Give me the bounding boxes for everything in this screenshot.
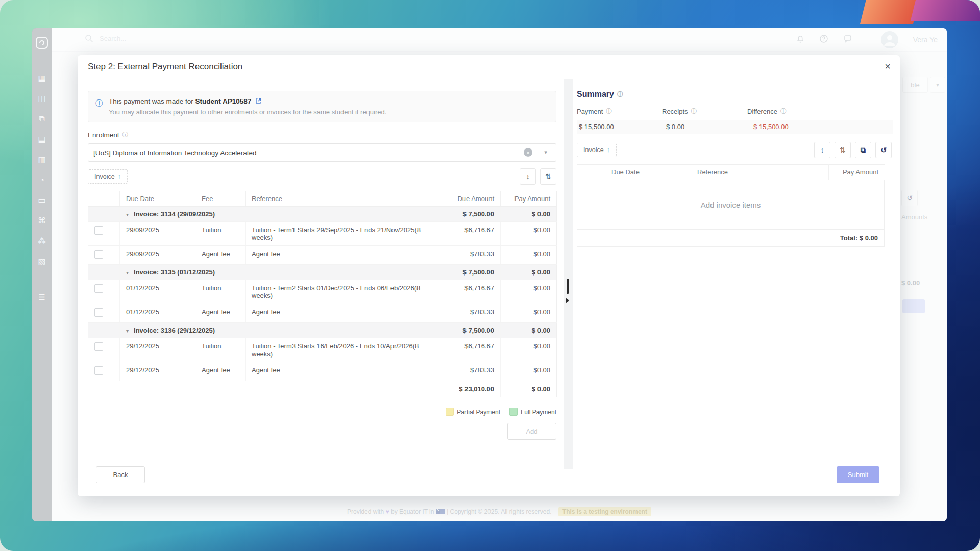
table-row: 01/12/2025 Agent fee Agent fee $783.33 $… xyxy=(88,304,557,323)
submit-button[interactable]: Submit xyxy=(837,466,879,483)
table-row: 01/12/2025 Tuition Tuition - Term2 Start… xyxy=(88,280,557,304)
info-icon: ⓘ xyxy=(617,90,623,99)
desktop: ▦ ◫ ⧉ ▤ ▥ ◔ ▭ ⌘ ⁂ ▧ ☰ xyxy=(0,0,980,551)
expand-all-button[interactable]: ↕ xyxy=(814,142,830,158)
col-reference: Reference xyxy=(246,191,434,207)
chip-label: Invoice xyxy=(583,146,604,154)
reset-button[interactable]: ↺ xyxy=(875,142,892,158)
clear-icon[interactable]: × xyxy=(524,148,532,157)
chip-label: Invoice xyxy=(94,173,115,180)
modal-title: Step 2: External Payment Reconciliation xyxy=(88,62,242,72)
partial-payment-swatch xyxy=(446,408,454,416)
empty-table-placeholder: Add invoice items xyxy=(577,180,885,229)
collapse-group-icon[interactable]: ▾ xyxy=(126,328,129,334)
chevron-down-icon[interactable]: ▾ xyxy=(536,147,551,157)
table-row: 29/12/2025 Tuition Tuition - Term3 Start… xyxy=(88,338,557,362)
payment-reconciliation-modal: Step 2: External Payment Reconciliation … xyxy=(78,55,900,496)
table-row: 29/09/2025 Agent fee Agent fee $783.33 $… xyxy=(88,246,557,265)
invoice-items-table: Due Date Fee Reference Due Amount Pay Am… xyxy=(88,191,557,397)
pane-splitter xyxy=(564,79,573,469)
sort-ascending-icon: ↑ xyxy=(607,146,610,154)
invoice-group-row: ▾Invoice: 3136 (29/12/2025) $ 7,500.00 $… xyxy=(88,323,557,338)
payment-label: Payment xyxy=(577,108,603,115)
banner-text: This payment was made for xyxy=(109,97,193,105)
payment-legend: Partial Payment Full Payment xyxy=(88,408,556,416)
table-row: 29/12/2025 Agent fee Agent fee $783.33 $… xyxy=(88,362,557,381)
expand-all-button[interactable]: ↕ xyxy=(520,168,536,185)
summary-total: Total: $ 0.00 xyxy=(577,229,885,247)
add-button[interactable]: Add xyxy=(507,423,556,440)
student-link[interactable]: Student AP10587 xyxy=(195,97,252,105)
row-checkbox[interactable] xyxy=(94,284,103,293)
info-icon: ⓘ xyxy=(691,107,697,116)
col-fee: Fee xyxy=(195,191,246,207)
difference-value: $ 15,500.00 xyxy=(751,123,839,131)
table-header-row: Due Date Reference Pay Amount xyxy=(577,165,885,180)
invoice-group-row: ▾Invoice: 3135 (01/12/2025) $ 7,500.00 $… xyxy=(88,265,557,280)
summary-title: Summary xyxy=(577,90,614,99)
invoice-sort-chip[interactable]: Invoice ↑ xyxy=(88,169,128,184)
col-pay-amount: Pay Amount xyxy=(501,191,557,207)
table-row: 29/09/2025 Tuition Tuition - Term1 Start… xyxy=(88,222,557,246)
col-reference: Reference xyxy=(691,165,829,180)
receipts-label: Receipts xyxy=(662,108,688,115)
col-due-date: Due Date xyxy=(120,191,195,207)
back-button[interactable]: Back xyxy=(96,466,145,483)
splitter-collapse-arrow-icon[interactable] xyxy=(566,298,569,303)
col-pay-amount: Pay Amount xyxy=(829,165,885,180)
collapse-group-icon[interactable]: ▾ xyxy=(126,270,129,276)
info-icon: ⓘ xyxy=(95,99,103,108)
collapse-all-button[interactable]: ⇅ xyxy=(540,168,556,185)
info-icon: ⓘ xyxy=(606,107,612,116)
enrolment-value: [UoS] Diploma of Information Technology … xyxy=(93,149,256,157)
copy-items-button[interactable]: ⧉ xyxy=(855,142,871,158)
payment-value: $ 15,500.00 xyxy=(577,123,664,131)
invoice-sort-chip[interactable]: Invoice ↑ xyxy=(577,143,617,157)
splitter-drag-handle[interactable] xyxy=(567,279,569,294)
difference-label: Difference xyxy=(747,108,777,115)
row-checkbox[interactable] xyxy=(94,366,103,375)
modal-header: Step 2: External Payment Reconciliation … xyxy=(78,55,900,79)
row-checkbox[interactable] xyxy=(94,308,103,317)
enrolment-label: Enrolment xyxy=(88,131,119,139)
sort-ascending-icon: ↑ xyxy=(118,173,121,180)
external-link-icon[interactable] xyxy=(255,98,261,104)
summary-values-row: $ 15,500.00 $ 0.00 $ 15,500.00 xyxy=(577,120,893,134)
info-icon: ⓘ xyxy=(122,131,129,139)
full-payment-swatch xyxy=(509,408,518,416)
enrolment-select[interactable]: [UoS] Diploma of Information Technology … xyxy=(88,143,556,162)
table-header-row: Due Date Fee Reference Due Amount Pay Am… xyxy=(88,191,557,207)
close-icon[interactable]: × xyxy=(885,60,891,72)
summary-invoice-table: Due Date Reference Pay Amount Add invoic… xyxy=(577,164,893,247)
collapse-all-button[interactable]: ⇅ xyxy=(835,142,851,158)
row-checkbox[interactable] xyxy=(94,226,103,235)
student-info-banner: ⓘ This payment was made for Student AP10… xyxy=(88,91,556,122)
info-icon: ⓘ xyxy=(780,107,787,116)
row-checkbox[interactable] xyxy=(94,250,103,259)
row-checkbox[interactable] xyxy=(94,342,103,351)
receipts-value: $ 0.00 xyxy=(664,123,751,131)
col-due-date: Due Date xyxy=(605,165,691,180)
collapse-group-icon[interactable]: ▾ xyxy=(126,212,129,217)
totals-row: $ 23,010.00 $ 0.00 xyxy=(88,381,557,397)
allocation-pane: ⓘ This payment was made for Student AP10… xyxy=(88,79,556,466)
banner-subtext: You may allocate this payment to other e… xyxy=(109,108,548,116)
summary-pane: Summary ⓘ Paymentⓘ Receiptsⓘ Differenceⓘ… xyxy=(577,79,893,466)
wallpaper-magenta-ribbon xyxy=(911,0,980,21)
col-due-amount: Due Amount xyxy=(434,191,501,207)
invoice-group-row: ▾Invoice: 3134 (29/09/2025) $ 7,500.00 $… xyxy=(88,207,557,222)
